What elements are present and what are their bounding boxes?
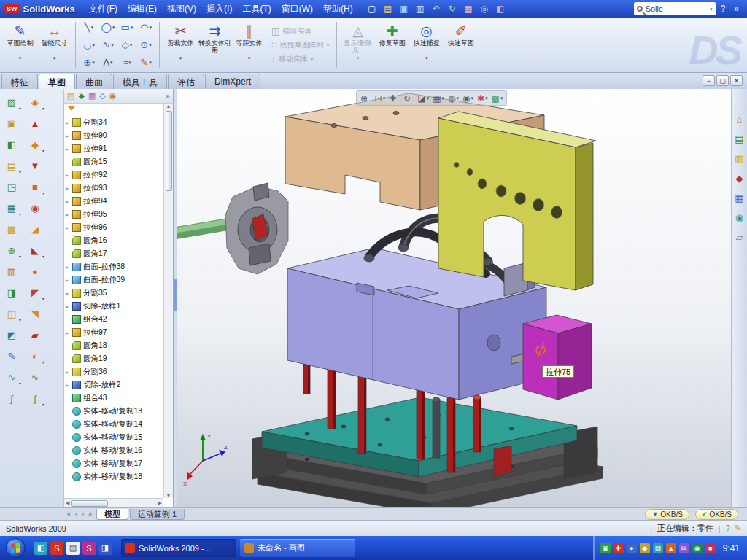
- mold-tool-icon[interactable]: ∿ ▾: [26, 367, 44, 388]
- commandmanager-tab[interactable]: DimXpert: [205, 74, 260, 89]
- mold-tool-icon[interactable]: ◆ ▾: [26, 134, 44, 155]
- command-button[interactable]: ◫ 镜向实体 ▾: [269, 26, 331, 37]
- point-tool[interactable]: ⊕ ▾: [80, 54, 98, 71]
- feature-tree-item[interactable]: ▸ 实体-移动/复制14: [66, 418, 163, 431]
- expand-icon[interactable]: ▸: [66, 303, 72, 310]
- mold-tool-icon[interactable]: ◥ ▾: [26, 303, 44, 324]
- tab-scroll-button[interactable]: ›: [80, 510, 85, 518]
- mold-tool-icon[interactable]: ◤ ▾: [26, 282, 44, 303]
- document-tab[interactable]: 运动算例 1: [130, 509, 185, 520]
- feature-manager-tab-icon[interactable]: ▤: [67, 91, 74, 101]
- polygon-tool[interactable]: ◇ ▾: [117, 36, 136, 54]
- tray-icon[interactable]: ▲: [666, 543, 676, 553]
- mold-tool-icon[interactable]: ▼ ▾: [26, 155, 44, 176]
- taskbar-window-button[interactable]: SolidWorks 2009 - ...: [121, 539, 236, 557]
- command-button[interactable]: ✐ 快速草图 ▾: [444, 19, 478, 71]
- sketch-fillet-tool[interactable]: ✎ ▾: [136, 54, 155, 71]
- section-view-icon[interactable]: ◪ ▾: [417, 93, 429, 104]
- feature-tree-item[interactable]: ▸ 拉伸93: [66, 182, 163, 195]
- feature-tree-item[interactable]: ▸ 组合43: [66, 392, 163, 405]
- feature-tree-item[interactable]: ▸ 拉伸91: [66, 142, 163, 155]
- commandmanager-tab[interactable]: 评估: [168, 74, 204, 89]
- feature-tree-item[interactable]: ▸ 实体-移动/复制13: [66, 405, 163, 418]
- part-guide-post[interactable]: [433, 397, 440, 458]
- mold-tool-icon[interactable]: ◣ ▾: [26, 240, 44, 261]
- feature-tree-item[interactable]: ▸ 分割35: [66, 287, 163, 300]
- part-clamp-bracket[interactable]: [438, 112, 596, 290]
- features-tool-icon[interactable]: ▧ ▾: [2, 92, 21, 113]
- expand-icon[interactable]: ▸: [66, 277, 72, 284]
- home-icon[interactable]: ⌂: [737, 114, 743, 125]
- features-tool-icon[interactable]: ▤ ▾: [2, 155, 21, 176]
- taskbar-window-button[interactable]: 未命名 - 画图: [240, 539, 355, 557]
- feature-tree-item[interactable]: ▸ 圆角17: [66, 247, 163, 260]
- dimxpert-manager-tab-icon[interactable]: ◇: [99, 91, 105, 101]
- feature-tree-item[interactable]: ▸ 拉伸92: [66, 168, 163, 182]
- spline-tool[interactable]: ∿ ▾: [98, 36, 117, 54]
- part-red-stop-block[interactable]: [494, 446, 511, 476]
- features-tool-icon[interactable]: ◫ ▾: [2, 303, 21, 324]
- feature-tree-item[interactable]: ▸ 拉伸95: [66, 208, 163, 221]
- feature-tree-item[interactable]: ▸ 切除-放样1: [66, 300, 163, 313]
- features-tool-icon[interactable]: ▩ ▾: [2, 219, 21, 240]
- mold-tool-icon[interactable]: ● ▾: [26, 261, 44, 282]
- mold-tool-icon[interactable]: ■ ▾: [26, 176, 44, 198]
- new-document-icon[interactable]: ▢: [365, 2, 379, 15]
- appearance-icon[interactable]: ✱ ▾: [477, 93, 488, 104]
- feature-tree-item[interactable]: ▸ 组合42: [66, 313, 163, 326]
- part-insert-block[interactable]: [523, 315, 592, 400]
- features-tool-icon[interactable]: ▣ ▾: [2, 113, 21, 134]
- annotation-status-icon[interactable]: ✎: [735, 524, 741, 533]
- scene-icon[interactable]: ▩ ▾: [492, 93, 503, 104]
- zoom-area-icon[interactable]: ⊡ ▾: [375, 93, 386, 104]
- features-tool-icon[interactable]: ◨ ▾: [2, 282, 21, 303]
- expand-icon[interactable]: ▸: [66, 120, 72, 126]
- file-explorer-icon[interactable]: ▥: [735, 153, 743, 164]
- perimeter-circle-tool[interactable]: ⊙ ▾: [136, 36, 155, 54]
- network-speed-badge[interactable]: ✔ OKB/S: [695, 509, 738, 520]
- commandmanager-tab[interactable]: 草图: [39, 74, 75, 89]
- expand-icon[interactable]: ▸: [66, 369, 72, 376]
- features-tool-icon[interactable]: ʃ ▾: [2, 388, 21, 409]
- scrollbar-thumb[interactable]: [71, 500, 108, 507]
- part-cylinder-clamp[interactable]: [225, 183, 288, 274]
- pan-icon[interactable]: ✚ ▾: [389, 93, 400, 104]
- feature-tree-item[interactable]: ▸ 拉伸94: [66, 195, 163, 208]
- expand-icon[interactable]: ▸: [66, 330, 72, 336]
- feature-tree-item[interactable]: ▸ 曲面-拉伸38: [66, 260, 163, 273]
- expand-icon[interactable]: ▸: [66, 198, 72, 205]
- filter-icon[interactable]: [68, 106, 75, 111]
- mold-tool-icon[interactable]: ▲ ▾: [26, 113, 44, 134]
- toolbox-icon[interactable]: ◧: [494, 2, 507, 15]
- display-style-icon[interactable]: ◍ ▾: [448, 93, 459, 104]
- hide-show-icon[interactable]: ◉ ▾: [462, 93, 473, 104]
- features-tool-icon[interactable]: ◳ ▾: [2, 176, 21, 198]
- graphics-viewport[interactable]: Y X Z ⊕ ▾ ⊡ ▾ ✚ ▾ ↻ ▾: [177, 89, 731, 508]
- menu-item[interactable]: 视图(V): [162, 1, 201, 17]
- menu-item[interactable]: 工具(T): [237, 1, 276, 17]
- property-manager-tab-icon[interactable]: ◆: [78, 91, 84, 101]
- close-button[interactable]: ✕: [730, 75, 743, 86]
- rotate-view-icon[interactable]: ↻ ▾: [403, 93, 414, 104]
- design-library-icon[interactable]: ▤: [735, 133, 743, 144]
- document-tab[interactable]: 模型: [96, 509, 128, 520]
- tray-icon[interactable]: ▣: [600, 543, 611, 553]
- circle-tool[interactable]: ◯ ▾: [98, 19, 117, 36]
- feature-tree-item[interactable]: ▸ 实体-移动/复制15: [66, 431, 163, 444]
- expand-icon[interactable]: ▸: [66, 211, 72, 218]
- scroll-left-icon[interactable]: ◀: [66, 500, 69, 506]
- expand-icon[interactable]: ▸: [66, 172, 72, 179]
- tray-icon[interactable]: ◆: [640, 543, 650, 553]
- panel-chevron-icon[interactable]: »: [166, 92, 170, 100]
- configuration-manager-tab-icon[interactable]: ▦: [88, 91, 96, 101]
- tray-icon[interactable]: ✉: [679, 543, 689, 553]
- options-icon[interactable]: ◎: [478, 2, 491, 15]
- scrollbar-thumb[interactable]: [166, 111, 172, 191]
- tray-icon[interactable]: ✚: [614, 543, 624, 553]
- expand-icon[interactable]: ▸: [66, 185, 72, 192]
- search-box[interactable]: Solic ▾: [634, 2, 716, 15]
- tab-scroll-button[interactable]: «: [66, 510, 72, 518]
- rebuild-icon[interactable]: ↻: [446, 2, 459, 15]
- feature-tree-item[interactable]: ▸ 实体-移动/复制18: [66, 470, 163, 483]
- expand-icon[interactable]: ▸: [66, 264, 72, 271]
